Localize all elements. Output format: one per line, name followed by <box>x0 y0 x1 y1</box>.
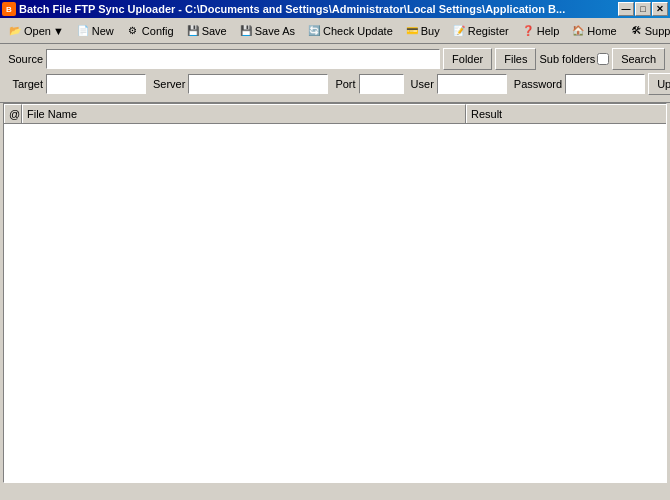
save-icon: 💾 <box>186 24 200 38</box>
files-button[interactable]: Files <box>495 48 536 70</box>
close-button[interactable]: ✕ <box>652 2 668 16</box>
minimize-button[interactable]: — <box>618 2 634 16</box>
title-bar: B Batch File FTP Sync Uploader - C:\Docu… <box>0 0 670 18</box>
sub-folders-label: Sub folders <box>539 53 595 65</box>
save-button[interactable]: 💾 Save <box>181 20 232 42</box>
config-button[interactable]: ⚙ Config <box>121 20 179 42</box>
maximize-button[interactable]: □ <box>635 2 651 16</box>
home-button[interactable]: 🏠 Home <box>566 20 621 42</box>
check-update-label: Check Update <box>323 25 393 37</box>
buy-label: Buy <box>421 25 440 37</box>
help-label: Help <box>537 25 560 37</box>
save-label: Save <box>202 25 227 37</box>
register-icon: 📝 <box>452 24 466 38</box>
config-icon: ⚙ <box>126 24 140 38</box>
save-as-button[interactable]: 💾 Save As <box>234 20 300 42</box>
buy-icon: 💳 <box>405 24 419 38</box>
password-input[interactable] <box>565 74 645 94</box>
support-button[interactable]: 🛠 Support <box>624 20 670 42</box>
save-as-icon: 💾 <box>239 24 253 38</box>
search-button[interactable]: Search <box>612 48 665 70</box>
title-bar-left: B Batch File FTP Sync Uploader - C:\Docu… <box>2 2 565 16</box>
title-bar-buttons: — □ ✕ <box>618 2 668 16</box>
help-button[interactable]: ❓ Help <box>516 20 565 42</box>
new-label: New <box>92 25 114 37</box>
register-button[interactable]: 📝 Register <box>447 20 514 42</box>
user-input[interactable] <box>437 74 507 94</box>
password-label: Password <box>510 78 562 90</box>
support-icon: 🛠 <box>629 24 643 38</box>
port-label: Port <box>331 78 355 90</box>
save-as-label: Save As <box>255 25 295 37</box>
upload-button[interactable]: Upload <box>648 73 670 95</box>
table-header: @ File Name Result <box>4 104 666 124</box>
app-icon: B <box>2 2 16 16</box>
target-label: Target <box>5 78 43 90</box>
support-label: Support <box>645 25 670 37</box>
config-label: Config <box>142 25 174 37</box>
home-label: Home <box>587 25 616 37</box>
server-input[interactable] <box>188 74 328 94</box>
target-row: Target Server Port User Password Upload <box>5 73 665 95</box>
file-table: @ File Name Result <box>3 103 667 483</box>
toolbar: 📂 Open ▼ 📄 New ⚙ Config 💾 Save 💾 Save As… <box>0 18 670 44</box>
source-input[interactable] <box>46 49 440 69</box>
open-icon: 📂 <box>8 24 22 38</box>
user-label: User <box>407 78 434 90</box>
buy-button[interactable]: 💳 Buy <box>400 20 445 42</box>
title-text: Batch File FTP Sync Uploader - C:\Docume… <box>19 3 565 15</box>
source-label: Source <box>5 53 43 65</box>
open-button[interactable]: 📂 Open ▼ <box>3 20 69 42</box>
port-input[interactable] <box>359 74 404 94</box>
folder-button[interactable]: Folder <box>443 48 492 70</box>
col-filename-header: File Name <box>22 104 466 123</box>
target-input[interactable] <box>46 74 146 94</box>
col-at-header: @ <box>4 104 22 123</box>
new-icon: 📄 <box>76 24 90 38</box>
home-icon: 🏠 <box>571 24 585 38</box>
new-button[interactable]: 📄 New <box>71 20 119 42</box>
col-result-header: Result <box>466 104 666 123</box>
open-label: Open <box>24 25 51 37</box>
open-dropdown-icon[interactable]: ▼ <box>53 25 64 37</box>
source-row: Source Folder Files Sub folders Search <box>5 48 665 70</box>
file-table-area: @ File Name Result <box>0 103 670 486</box>
source-section: Source Folder Files Sub folders Search T… <box>0 44 670 103</box>
check-update-button[interactable]: 🔄 Check Update <box>302 20 398 42</box>
server-label: Server <box>149 78 185 90</box>
register-label: Register <box>468 25 509 37</box>
sub-folders-group: Sub folders <box>539 53 609 65</box>
check-update-icon: 🔄 <box>307 24 321 38</box>
sub-folders-checkbox[interactable] <box>597 53 609 65</box>
help-icon: ❓ <box>521 24 535 38</box>
